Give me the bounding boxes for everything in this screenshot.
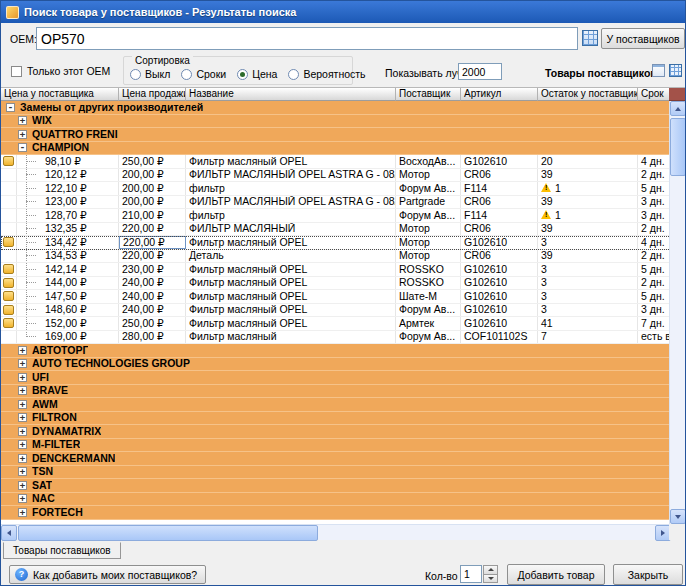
horizontal-scroll-thumb[interactable] [18,525,318,541]
cart-cell [1,209,17,222]
group-row[interactable]: +WIX [1,115,671,129]
item-row[interactable]: 144,00 ₽240,00 ₽Фильтр масляный OPELROSS… [1,277,671,291]
stock-value: 39 [541,223,553,236]
group-row[interactable]: +M-FILTER [1,439,671,453]
oem-input[interactable] [36,27,578,50]
stock-cell: 20 [538,155,638,168]
item-row[interactable]: 134,53 ₽220,00 ₽ДетальМоторCR06392 дн. [1,250,671,264]
expand-icon[interactable]: + [18,440,27,449]
column-header-6[interactable]: Срок [638,88,671,101]
expand-icon[interactable]: + [18,130,27,139]
item-row[interactable]: 120,12 ₽200,00 ₽ФИЛЬТР МАСЛЯНЫЙ OPEL AST… [1,169,671,183]
suppliers-button[interactable]: У поставщиков [601,28,685,49]
group-row[interactable]: +TSN [1,466,671,480]
expand-icon[interactable]: + [18,454,27,463]
item-row[interactable]: 122,10 ₽200,00 ₽фильтрФорум Ав...F114!15… [1,182,671,196]
expand-icon[interactable]: + [18,346,27,355]
item-row[interactable]: 98,10 ₽250,00 ₽Фильтр масляный OPELВосхо… [1,155,671,169]
group-row[interactable]: +DYNAMATRIX [1,425,671,439]
sort-radio-0[interactable]: Выкл [130,68,170,80]
group-row[interactable]: +AUTO TECHNOLOGIES GROUP [1,358,671,372]
expand-icon[interactable]: + [18,116,27,125]
qty-spinner [483,565,498,583]
supplier-cell: Армтек [396,317,461,330]
group-row[interactable]: +AWM [1,398,671,412]
horizontal-scrollbar[interactable] [1,524,671,540]
qty-input[interactable] [460,565,482,583]
suppliers-db-icon[interactable] [582,30,598,46]
sort-radio-1[interactable]: Сроки [181,68,226,80]
tree-branch-icon [17,196,45,209]
column-header-0[interactable]: Цена у поставщика [1,88,119,101]
group-row[interactable]: -CHAMPION [1,142,671,156]
expand-icon[interactable]: + [18,359,27,368]
group-row[interactable]: +FILTRON [1,412,671,426]
expand-icon[interactable]: + [18,467,27,476]
expand-icon[interactable]: + [18,386,27,395]
vertical-scrollbar[interactable] [669,101,685,524]
item-row[interactable]: 134,42 ₽220,00 ₽Фильтр масляный OPELМото… [1,236,671,250]
checkbox-icon[interactable] [11,66,22,77]
column-header-4[interactable]: Артикул [461,88,538,101]
group-row[interactable]: +UFI [1,371,671,385]
expand-icon[interactable]: + [18,494,27,503]
column-header-1[interactable]: Цена продажи [119,88,186,101]
help-button[interactable]: ? Как добавить моих поставщиков? [9,565,206,584]
item-row[interactable]: 128,70 ₽210,00 ₽фильтрФорум Ав...F114!13… [1,209,671,223]
supplier-price-cell: 123,00 ₽ [17,196,119,209]
item-row[interactable]: 132,35 ₽220,00 ₽ФИЛЬТР МАСЛЯНЫЙМоторCR06… [1,223,671,237]
group-label: DENCKERMANN [32,452,115,465]
sale-price-cell: 210,00 ₽ [119,209,186,222]
scroll-up-button[interactable] [670,101,686,116]
close-button[interactable]: Закрыть [613,564,683,585]
group-row[interactable]: +DENCKERMANN [1,452,671,466]
scroll-left-button[interactable] [1,525,17,541]
header-corner-button[interactable] [669,88,685,101]
group-row[interactable]: +FORTECH [1,506,671,520]
cart-icon [3,305,14,315]
spin-up-button[interactable] [483,565,498,575]
item-row[interactable]: 148,60 ₽240,00 ₽Фильтр масляный OPELФору… [1,304,671,318]
group-row[interactable]: +BRAVE [1,385,671,399]
supplier-price-value: 120,12 ₽ [45,169,87,182]
article-cell: G102610 [461,155,538,168]
collapse-icon[interactable]: - [6,103,15,112]
name-cell: Фильтр масляный OPEL [186,317,396,330]
column-header-2[interactable]: Название [186,88,396,101]
item-row[interactable]: 147,50 ₽240,00 ₽Фильтр масляный OPELШате… [1,290,671,304]
expand-icon[interactable]: + [18,400,27,409]
arrow-left-icon [7,530,11,536]
group-row[interactable]: +АВТОТОРГ [1,344,671,358]
sort-radio-3[interactable]: Вероятность [288,68,365,80]
group-row[interactable]: +QUATTRO FRENI [1,128,671,142]
expand-icon[interactable]: + [18,413,27,422]
tab-suppliers-goods[interactable]: Товары поставщиков [3,542,121,559]
table-view-icon[interactable] [669,64,682,77]
item-row[interactable]: 123,00 ₽200,00 ₽ФИЛЬТР МАСЛЯНЫЙ OPEL AST… [1,196,671,210]
name-cell: Фильтр масляный OPEL [186,290,396,303]
sort-radio-2[interactable]: Цена [237,68,277,80]
only-oem-checkbox[interactable]: Только этот OEM [11,65,110,77]
sale-price-cell[interactable]: 220,00 ₽ [119,236,186,249]
article-cell: G102610 [461,290,538,303]
expand-icon[interactable]: + [18,373,27,382]
export-icon[interactable] [652,64,665,77]
item-row[interactable]: 152,00 ₽250,00 ₽Фильтр масляный OPELАрмт… [1,317,671,331]
show-best-input[interactable] [458,63,502,80]
item-row[interactable]: 142,14 ₽230,00 ₽Фильтр масляный OPELROSS… [1,263,671,277]
collapse-icon[interactable]: - [18,143,27,152]
expand-icon[interactable]: + [18,508,27,517]
group-row[interactable]: +SAT [1,479,671,493]
expand-icon[interactable]: + [18,427,27,436]
group-row[interactable]: -Замены от других производителей [1,101,671,115]
scroll-down-button[interactable] [670,509,686,524]
group-row[interactable]: +NAC [1,493,671,507]
spin-down-button[interactable] [483,575,498,584]
column-header-5[interactable]: Остаток у поставщика [538,88,638,101]
expand-icon[interactable]: + [18,481,27,490]
column-header-3[interactable]: Поставщик [396,88,461,101]
item-row[interactable]: 169,00 ₽280,00 ₽Фильтр масляныйФорум Ав.… [1,331,671,345]
add-item-button[interactable]: Добавить товар [507,564,605,585]
spin-up-icon [488,568,494,571]
vertical-scroll-thumb[interactable] [670,118,686,176]
